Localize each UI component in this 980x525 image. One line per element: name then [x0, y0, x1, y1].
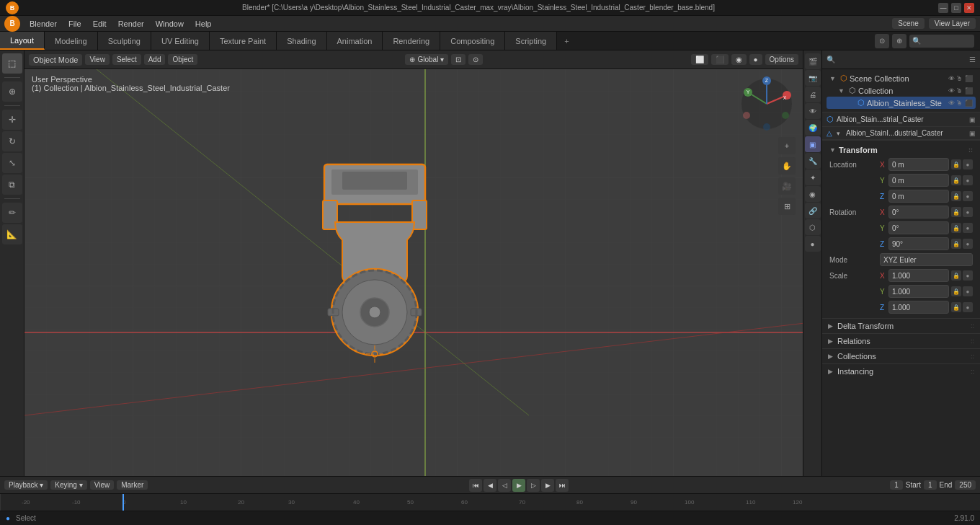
- prop-tab-scene[interactable]: 🎬: [805, 53, 821, 69]
- overlay-toggle[interactable]: ⊙: [875, 34, 889, 48]
- scale-z-lock[interactable]: 🔒: [951, 302, 961, 312]
- delta-transform-row[interactable]: ▶ Delta Transform ::: [822, 318, 980, 333]
- rotation-y-value[interactable]: 0°: [888, 221, 949, 234]
- close-button[interactable]: ✕: [964, 3, 974, 13]
- collections-row[interactable]: ▶ Collections ::: [822, 348, 980, 363]
- menu-edit[interactable]: Edit: [88, 18, 112, 30]
- tab-animation[interactable]: Animation: [327, 32, 383, 50]
- grab-button[interactable]: ✋: [778, 157, 796, 175]
- scale-y-value[interactable]: 1.000: [888, 285, 949, 298]
- scale-z-value[interactable]: 1.000: [888, 301, 949, 314]
- rotation-z-value[interactable]: 90°: [888, 237, 949, 250]
- viewport-shading-rendered[interactable]: ●: [749, 54, 762, 65]
- rotation-z-lock[interactable]: 🔒: [951, 239, 961, 249]
- viewport-shading-wire[interactable]: ⬜: [691, 54, 708, 65]
- prop-tab-particles[interactable]: ✦: [805, 169, 821, 185]
- next-frame-button[interactable]: ▷: [527, 479, 540, 492]
- prop-tab-constraints[interactable]: 🔗: [805, 203, 821, 219]
- location-y-value[interactable]: 0 m: [888, 174, 949, 187]
- scene-collection-item[interactable]: ▼ ⬡ Scene Collection 👁 🖱 ⬛: [827, 72, 976, 84]
- relations-row[interactable]: ▶ Relations ::: [822, 333, 980, 348]
- prop-tab-output[interactable]: 🖨: [805, 87, 821, 102]
- location-x-lock[interactable]: 🔒: [951, 159, 961, 169]
- tab-texture-paint[interactable]: Texture Paint: [210, 32, 277, 50]
- scale-x-value[interactable]: 1.000: [888, 269, 949, 282]
- view-menu[interactable]: View: [85, 54, 110, 65]
- prop-tab-physics[interactable]: ◉: [805, 186, 821, 202]
- rotation-z-anim[interactable]: ●: [963, 239, 973, 249]
- collection-item[interactable]: ▼ ⬡ Collection 👁 🖱 ⬛: [827, 84, 976, 97]
- camera-button[interactable]: 🎥: [778, 177, 796, 195]
- rotation-x-value[interactable]: 0°: [888, 206, 949, 219]
- rotation-y-lock[interactable]: 🔒: [951, 223, 961, 233]
- location-x-anim[interactable]: ●: [963, 159, 973, 169]
- start-frame-value[interactable]: 1: [924, 480, 937, 490]
- zoom-in-button[interactable]: +: [778, 137, 796, 154]
- playback-menu[interactable]: Playback ▾: [4, 480, 48, 490]
- view-menu-tl[interactable]: View: [90, 480, 115, 490]
- cursor-tool-button[interactable]: ⊕: [2, 81, 22, 102]
- outliner-filter-btn[interactable]: ☰: [969, 56, 976, 63]
- options-menu[interactable]: Options: [765, 54, 798, 65]
- current-frame[interactable]: 1: [890, 480, 903, 490]
- menu-file[interactable]: File: [63, 18, 86, 30]
- rotation-y-anim[interactable]: ●: [963, 223, 973, 233]
- location-y-anim[interactable]: ●: [963, 175, 973, 185]
- prop-tab-object[interactable]: ▣: [805, 136, 821, 152]
- scale-tool-button[interactable]: ⤡: [2, 153, 22, 173]
- rotate-tool-button[interactable]: ↻: [2, 131, 22, 151]
- location-y-lock[interactable]: 🔒: [951, 175, 961, 185]
- grid-toggle-button[interactable]: ⊞: [778, 198, 796, 215]
- prev-keyframe-button[interactable]: ◀: [484, 479, 496, 492]
- next-keyframe-button[interactable]: ▶: [541, 479, 554, 492]
- scale-y-lock[interactable]: 🔒: [951, 286, 961, 296]
- playhead[interactable]: [122, 494, 124, 511]
- outliner-search-icon[interactable]: 🔍: [827, 56, 835, 63]
- annotate-tool-button[interactable]: ✏: [2, 203, 22, 223]
- viewport-shading-solid[interactable]: ⬛: [711, 54, 729, 65]
- viewport-gizmo[interactable]: X Y Z + ✋ 🎥: [738, 75, 796, 133]
- prop-tab-world[interactable]: 🌍: [805, 120, 821, 136]
- menu-help[interactable]: Help: [190, 18, 217, 30]
- tab-layout[interactable]: Layout: [0, 32, 45, 50]
- object-item[interactable]: ⬡ Albion_Stainless_Ste 👁 🖱 ⬛: [827, 97, 976, 109]
- scale-x-anim[interactable]: ●: [963, 270, 973, 281]
- jump-start-button[interactable]: ⏮: [469, 479, 482, 492]
- data-name-label[interactable]: Albion_StainI...dustrial_Caster: [846, 129, 966, 137]
- proportional-edit[interactable]: ⊙: [468, 54, 483, 65]
- prop-tab-render[interactable]: 📷: [805, 70, 821, 86]
- viewport-shading-material[interactable]: ◉: [731, 54, 747, 65]
- view-layer-selector[interactable]: View Layer: [929, 18, 976, 29]
- tab-shading[interactable]: Shading: [277, 32, 326, 50]
- scale-x-lock[interactable]: 🔒: [951, 270, 961, 281]
- tab-compositing[interactable]: Compositing: [440, 32, 505, 50]
- keying-menu[interactable]: Keying ▾: [50, 480, 86, 490]
- menu-window[interactable]: Window: [151, 18, 189, 30]
- snap-toggle[interactable]: ⊡: [451, 54, 466, 65]
- location-z-value[interactable]: 0 m: [888, 190, 949, 203]
- tab-modeling[interactable]: Modeling: [45, 32, 98, 50]
- minimize-button[interactable]: —: [938, 3, 948, 13]
- move-tool-button[interactable]: ✛: [2, 110, 22, 130]
- data-more-icon[interactable]: ▣: [969, 130, 976, 137]
- add-workspace-button[interactable]: +: [557, 32, 576, 50]
- scale-y-anim[interactable]: ●: [963, 286, 973, 296]
- prop-tab-modifier[interactable]: 🔧: [805, 153, 821, 169]
- instancing-row[interactable]: ▶ Instancing ::: [822, 363, 980, 379]
- object-mode-dropdown[interactable]: Object Mode: [29, 54, 82, 66]
- rotation-x-lock[interactable]: 🔒: [951, 207, 961, 217]
- select-menu[interactable]: Select: [112, 54, 141, 65]
- transform-header[interactable]: ▼ Transform ::: [827, 144, 976, 156]
- end-frame-value[interactable]: 250: [955, 480, 976, 490]
- menu-blender[interactable]: Blender: [24, 18, 62, 30]
- prop-tab-view[interactable]: 👁: [805, 103, 821, 119]
- object-menu[interactable]: Object: [168, 54, 197, 65]
- measure-tool-button[interactable]: 📐: [2, 224, 22, 244]
- prop-tab-material[interactable]: ●: [805, 236, 821, 252]
- location-z-anim[interactable]: ●: [963, 191, 973, 201]
- marker-menu[interactable]: Marker: [117, 480, 148, 490]
- transform-space-dropdown[interactable]: ⊕ Global ▾: [405, 54, 448, 65]
- select-tool-button[interactable]: ⬚: [2, 53, 22, 74]
- transform-tool-button[interactable]: ⧉: [2, 175, 22, 195]
- jump-end-button[interactable]: ⏭: [556, 479, 569, 492]
